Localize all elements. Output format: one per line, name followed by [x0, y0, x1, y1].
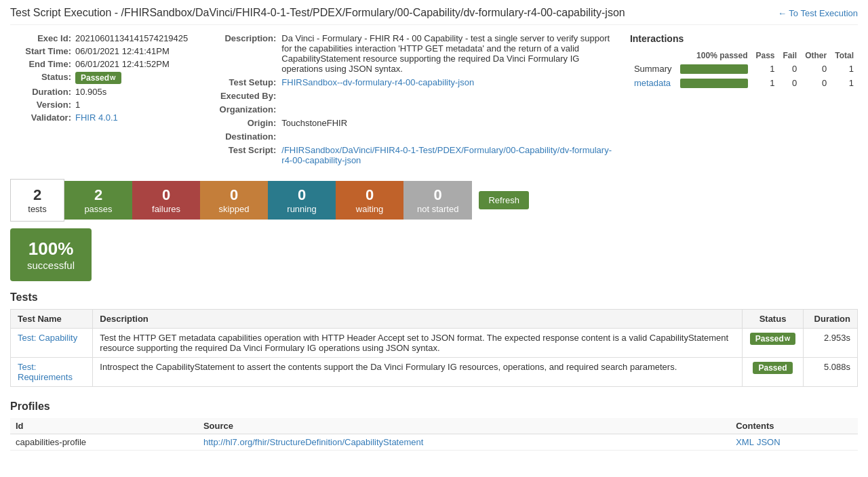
- profile-contents-cell: XMLJSON: [730, 434, 858, 451]
- origin-value: TouchstoneFHIR: [281, 118, 616, 128]
- col-test-name: Test Name: [11, 310, 93, 329]
- passes-num: 2: [78, 186, 119, 204]
- tests-section-title: Tests: [10, 291, 858, 304]
- page-title: Test Script Execution - /FHIRSandbox/DaV…: [10, 7, 625, 19]
- interactions-col-name: [630, 49, 676, 62]
- test-status-cell: Passed: [743, 358, 804, 387]
- running-label: running: [287, 204, 316, 214]
- destination-value: [281, 131, 616, 142]
- table-row: Test: RequirementsIntrospect the Capabil…: [11, 358, 858, 387]
- stats-section: 2 tests 2 passes 0 failures 0 skipped 0 …: [10, 179, 858, 222]
- profile-source-cell: http://hl7.org/fhir/StructureDefinition/…: [198, 434, 730, 451]
- interaction-total: 1: [831, 76, 858, 90]
- desc-row: Description: Da Vinci - Formulary - FHIR…: [201, 33, 616, 74]
- organization-row: Organization:: [201, 104, 616, 115]
- test-desc-cell: Introspect the CapabilityStatement to as…: [93, 358, 743, 387]
- test-name-link[interactable]: Test: Requirements: [18, 362, 73, 382]
- start-time-row: Start Time: 06/01/2021 12:41:41PM: [10, 46, 188, 56]
- test-setup-row: Test Setup: FHIRSandbox--dv-formulary-r4…: [201, 77, 616, 87]
- version-label: Version:: [10, 100, 71, 110]
- col-test-status: Status: [743, 310, 804, 329]
- waiting-num: 0: [349, 186, 390, 204]
- stat-running: 0 running: [268, 181, 336, 220]
- profile-source-link[interactable]: http://hl7.org/fhir/StructureDefinition/…: [203, 437, 423, 447]
- interaction-bar: [676, 76, 752, 90]
- profiles-table: Id Source Contents capabilities-profileh…: [10, 418, 858, 451]
- interaction-pass: 1: [752, 62, 779, 76]
- end-time-value: 06/01/2021 12:41:52PM: [75, 59, 170, 69]
- test-name-link[interactable]: Test: Capability: [18, 333, 77, 343]
- status-text: Passed: [81, 73, 109, 83]
- status-row: Status: PassedW: [10, 72, 188, 84]
- xml-link[interactable]: XML: [736, 437, 754, 447]
- col-profile-id: Id: [10, 418, 198, 434]
- desc-value: Da Vinci - Formulary - FHIR R4 - 00 Capa…: [281, 33, 616, 74]
- test-script-link[interactable]: /FHIRSandbox/DaVinci/FHIR4-0-1-Test/PDEX…: [281, 145, 616, 165]
- test-name-cell: Test: Capability: [11, 329, 93, 358]
- executed-by-label: Executed By:: [201, 91, 276, 101]
- tests-num: 2: [24, 186, 50, 204]
- json-link[interactable]: JSON: [757, 437, 781, 447]
- back-link[interactable]: To Test Execution: [778, 8, 858, 18]
- interactions-title: Interactions: [630, 33, 858, 44]
- executed-by-value: [281, 91, 616, 101]
- interactions-col-pass: Pass: [752, 49, 779, 62]
- interaction-fail: 0: [779, 62, 802, 76]
- col-profile-source: Source: [198, 418, 730, 434]
- interactions-col-passed: 100% passed: [676, 49, 752, 62]
- stat-not-started: 0 not started: [403, 181, 472, 220]
- not-started-num: 0: [417, 186, 458, 204]
- organization-value: [281, 104, 616, 115]
- profiles-section-title: Profiles: [10, 400, 858, 413]
- success-pct: 100%: [27, 239, 75, 260]
- table-row: Test: CapabilityTest the HTTP GET metada…: [11, 329, 858, 358]
- waiting-label: waiting: [356, 204, 383, 214]
- col-test-duration: Duration: [804, 310, 858, 329]
- profiles-section: Profiles Id Source Contents capabilities…: [10, 400, 858, 451]
- status-badge: Passed: [753, 362, 792, 374]
- center-desc: Description: Da Vinci - Formulary - FHIR…: [201, 33, 616, 169]
- page-header: Test Script Execution - /FHIRSandbox/DaV…: [10, 7, 858, 25]
- exec-id-label: Exec Id:: [10, 33, 71, 43]
- test-script-label: Test Script:: [201, 145, 276, 165]
- profile-id-cell: capabilities-profile: [10, 434, 198, 451]
- duration-row: Duration: 10.905s: [10, 87, 188, 97]
- origin-label: Origin:: [201, 118, 276, 128]
- organization-label: Organization:: [201, 104, 276, 115]
- status-label: Status:: [10, 72, 71, 84]
- executed-by-row: Executed By:: [201, 91, 616, 101]
- status-badge: PassedW: [75, 72, 121, 84]
- test-name-cell: Test: Requirements: [11, 358, 93, 387]
- interaction-row: Summary1001: [630, 62, 858, 76]
- tests-table: Test Name Description Status Duration Te…: [10, 309, 858, 387]
- duration-value: 10.905s: [75, 87, 106, 97]
- left-meta: Exec Id: 20210601134141574219425 Start T…: [10, 33, 188, 169]
- table-row: capabilities-profilehttp://hl7.org/fhir/…: [10, 434, 858, 451]
- success-label: successful: [27, 260, 75, 271]
- stat-tests: 2 tests: [10, 179, 64, 222]
- validator-link[interactable]: FHIR 4.0.1: [75, 112, 118, 123]
- end-time-row: End Time: 06/01/2021 12:41:52PM: [10, 59, 188, 69]
- interaction-name-link[interactable]: metadata: [634, 78, 671, 88]
- exec-id-row: Exec Id: 20210601134141574219425: [10, 33, 188, 43]
- start-time-label: Start Time:: [10, 46, 71, 56]
- status-suffix: W: [785, 335, 791, 342]
- stat-passes: 2 passes: [64, 181, 132, 220]
- test-script-row: Test Script: /FHIRSandbox/DaVinci/FHIR4-…: [201, 145, 616, 165]
- interactions-col-fail: Fail: [779, 49, 802, 62]
- running-num: 0: [281, 186, 322, 204]
- main-info: Exec Id: 20210601134141574219425 Start T…: [10, 33, 858, 169]
- refresh-button[interactable]: Refresh: [479, 191, 529, 209]
- desc-label: Description:: [201, 33, 276, 74]
- test-setup-link[interactable]: FHIRSandbox--dv-formulary-r4-00-capabili…: [281, 77, 474, 87]
- interaction-fail: 0: [779, 76, 802, 90]
- stat-waiting: 0 waiting: [336, 181, 403, 220]
- not-started-label: not started: [417, 204, 458, 214]
- exec-id-value: 20210601134141574219425: [75, 33, 188, 43]
- interactions-col-other: Other: [801, 49, 831, 62]
- test-setup-label: Test Setup:: [201, 77, 276, 87]
- test-status-cell: PassedW: [743, 329, 804, 358]
- failures-label: failures: [152, 204, 180, 214]
- validator-label: Validator:: [10, 112, 71, 123]
- destination-row: Destination:: [201, 131, 616, 142]
